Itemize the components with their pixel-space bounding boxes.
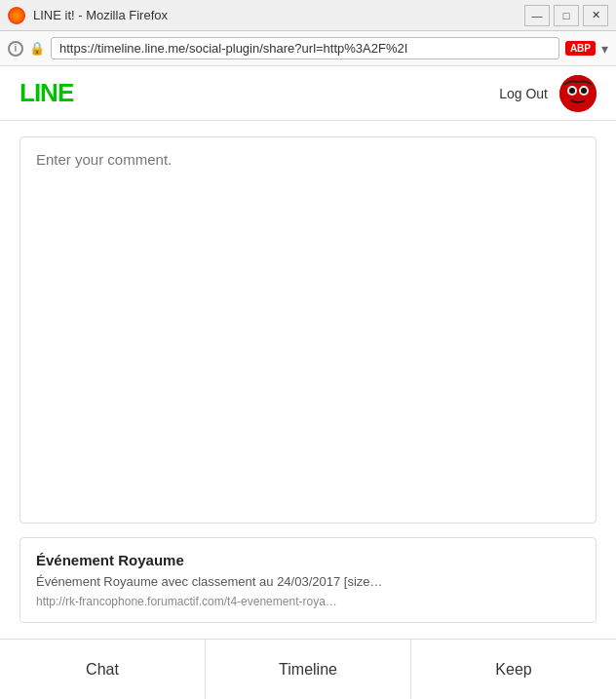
title-left: LINE it! - Mozilla Firefox: [8, 7, 168, 24]
keep-tab[interactable]: Keep: [411, 640, 616, 699]
tab-bar: Chat Timeline Keep: [0, 639, 616, 699]
close-button[interactable]: ✕: [583, 5, 608, 26]
link-preview-url: http://rk-francophone.forumactif.com/t4-…: [36, 595, 580, 608]
firefox-icon: [8, 7, 25, 24]
link-preview-title: Événement Royaume: [36, 552, 580, 568]
maximize-button[interactable]: □: [554, 5, 579, 26]
window-title: LINE it! - Mozilla Firefox: [33, 8, 168, 22]
timeline-tab[interactable]: Timeline: [206, 640, 411, 699]
link-preview-card[interactable]: Événement Royaume Événement Royaume avec…: [19, 537, 597, 623]
window-controls[interactable]: — □ ✕: [524, 5, 608, 26]
lock-icon: 🔒: [29, 41, 45, 56]
header-right: Log Out: [499, 75, 597, 112]
address-bar: i 🔒 ABP ▾: [0, 31, 616, 66]
avatar: [559, 75, 597, 112]
avatar-image: [559, 75, 597, 112]
window-titlebar: LINE it! - Mozilla Firefox — □ ✕: [0, 0, 616, 31]
comment-textarea[interactable]: [19, 136, 597, 524]
url-input[interactable]: [51, 37, 559, 59]
logout-button[interactable]: Log Out: [499, 86, 548, 101]
info-icon[interactable]: i: [8, 41, 23, 57]
app-container: LINE Log Out Événement Royau: [0, 66, 616, 699]
main-content: Événement Royaume Événement Royaume avec…: [0, 121, 616, 639]
browser-menu-icon[interactable]: ▾: [601, 41, 608, 57]
svg-point-4: [581, 88, 587, 94]
chat-tab[interactable]: Chat: [0, 640, 206, 699]
abp-button[interactable]: ABP: [565, 41, 596, 56]
minimize-button[interactable]: —: [524, 5, 550, 26]
line-logo: LINE: [19, 78, 73, 108]
svg-point-0: [559, 75, 597, 112]
svg-point-3: [569, 88, 575, 94]
link-preview-description: Événement Royaume avec classement au 24/…: [36, 574, 580, 589]
app-header: LINE Log Out: [0, 66, 616, 121]
